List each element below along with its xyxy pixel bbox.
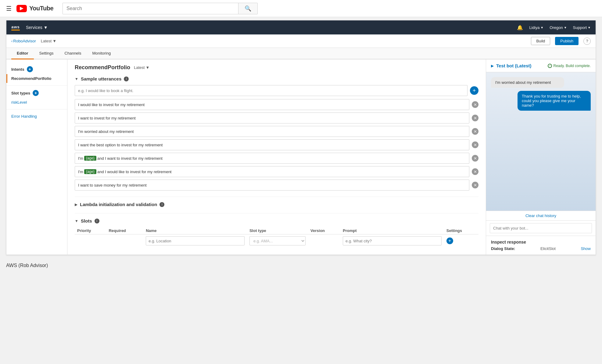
utterance-remove-button[interactable]: ✕	[472, 101, 478, 108]
tab-editor[interactable]: Editor	[11, 48, 34, 59]
utterance-remove-button[interactable]: ✕	[472, 128, 478, 135]
aws-sidebar: Intents + RecommendPortfolio Slot types …	[6, 59, 67, 255]
utterance-row: I would like to invest for my retirement…	[75, 99, 478, 110]
add-slot-type-button[interactable]: +	[33, 90, 39, 96]
utterance-remove-button[interactable]: ✕	[472, 141, 478, 148]
back-button[interactable]: ‹ RoboAdvisor	[11, 39, 36, 43]
version-selector[interactable]: Latest ▼	[41, 39, 56, 43]
sidebar-item-recommend-portfolio[interactable]: RecommendPortfolio	[6, 74, 67, 83]
lambda-info-icon[interactable]: i	[159, 202, 164, 207]
slots-info-icon[interactable]: i	[95, 219, 99, 223]
col-slot-type: Slot type	[247, 227, 308, 234]
chat-area: I'm worried about my retirement Thank yo…	[486, 72, 596, 211]
chat-input-area	[486, 220, 596, 236]
sidebar-item-error-handling[interactable]: Error Handling	[6, 112, 67, 121]
services-menu[interactable]: Services ▼	[26, 25, 48, 30]
version-cell	[308, 234, 340, 248]
col-settings: Settings	[444, 227, 478, 234]
utterance-row: I'm worried about my retirement ✕	[75, 126, 478, 137]
utterance-row: I'm {age} and I would like to invest for…	[75, 166, 478, 177]
support-caret: ▼	[588, 26, 591, 29]
show-button[interactable]: Show	[581, 246, 591, 251]
lambda-toggle[interactable]: ▶	[75, 202, 77, 207]
support-menu[interactable]: Support ▼	[573, 25, 591, 30]
utterance-add-row: +	[75, 85, 478, 96]
intent-header: RecommendPortfolio Latest ▼	[75, 64, 478, 71]
add-slot-button[interactable]: +	[446, 237, 453, 244]
prompt-cell	[340, 234, 444, 248]
utterance-text: I want to invest for my retirement	[75, 112, 469, 123]
name-cell	[143, 234, 247, 248]
aws-logo-bar	[11, 30, 20, 30]
version-caret: ▼	[52, 39, 56, 43]
inspect-title: Inspect response	[491, 240, 591, 244]
utterance-row: I'm {age} and I want to invest for my re…	[75, 153, 478, 164]
chat-input[interactable]	[490, 223, 592, 233]
lambda-section: ▶ Lambda initialization and validation i	[75, 197, 478, 207]
prompt-input[interactable]	[343, 236, 442, 245]
priority-cell	[75, 234, 106, 248]
utterance-remove-button[interactable]: ✕	[472, 168, 478, 175]
utterance-add-input[interactable]	[75, 85, 468, 96]
slot-name-input[interactable]	[146, 236, 245, 245]
col-name: Name	[143, 227, 247, 234]
slot-type-cell: e.g. AMA...	[247, 234, 308, 248]
search-button[interactable]: 🔍	[238, 3, 258, 14]
lambda-header[interactable]: ▶ Lambda initialization and validation i	[75, 202, 478, 207]
test-bot-title[interactable]: Test bot (Latest)	[496, 63, 532, 68]
col-prompt: Prompt	[340, 227, 444, 234]
slot-tag: {age}	[84, 169, 96, 174]
help-button[interactable]: ?	[583, 37, 591, 45]
support-label: Support	[573, 25, 587, 30]
build-button[interactable]: Build	[531, 37, 550, 45]
back-chevron: ‹	[11, 39, 13, 43]
col-required: Required	[106, 227, 143, 234]
version-label: Latest	[41, 39, 52, 43]
publish-button[interactable]: Publish	[555, 37, 579, 45]
utterances-toggle[interactable]: ▼	[75, 77, 78, 81]
intents-section-header: Intents +	[6, 64, 67, 74]
aws-logo-text: aws	[11, 25, 20, 29]
utterance-add-button[interactable]: +	[470, 86, 478, 95]
aws-tabs: Editor Settings Channels Monitoring	[6, 48, 596, 59]
region-menu[interactable]: Oregon ▼	[550, 25, 567, 30]
utterance-row: I want the best option to invest for my …	[75, 139, 478, 150]
user-name: Lidiya	[529, 25, 539, 30]
intent-version-caret: ▼	[145, 65, 149, 70]
status-icon: ✓	[548, 64, 552, 68]
chat-bot-bubble: Thank you for trusting me to help, could…	[518, 91, 591, 111]
utterance-row: I want to invest for my retirement ✕	[75, 112, 478, 123]
tab-channels[interactable]: Channels	[59, 48, 87, 59]
user-menu[interactable]: Lidiya ▼	[529, 25, 543, 30]
col-version: Version	[308, 227, 340, 234]
utterances-info-icon[interactable]: i	[124, 77, 129, 81]
utterance-text: I'm {age} and I want to invest for my re…	[75, 153, 469, 164]
dialog-state-label: Dialog State:	[491, 246, 515, 251]
intent-title: RecommendPortfolio	[75, 64, 130, 71]
test-bot-status: ✓ Ready. Build complete.	[548, 64, 591, 68]
utterance-row: I want to save money for my retirement ✕	[75, 180, 478, 191]
slots-toggle[interactable]: ▼	[75, 219, 78, 223]
test-bot-expand[interactable]: ▶	[491, 64, 494, 68]
sidebar-item-risk-level[interactable]: riskLevel	[6, 98, 67, 107]
slot-type-select[interactable]: e.g. AMA...	[249, 236, 306, 245]
slots-section: ▼ Slots i Priority Required Name Slot ty…	[75, 213, 478, 247]
bell-icon[interactable]: 🔔	[517, 25, 523, 30]
clear-history-button[interactable]: Clear chat history	[486, 211, 596, 220]
utterance-remove-button[interactable]: ✕	[472, 155, 478, 162]
tab-monitoring[interactable]: Monitoring	[87, 48, 116, 59]
intent-version[interactable]: Latest ▼	[134, 65, 149, 70]
aws-editor: RecommendPortfolio Latest ▼ ▼ Sample utt…	[67, 59, 486, 255]
utterance-text: I want the best option to invest for my …	[75, 139, 469, 150]
utterance-remove-button[interactable]: ✕	[472, 115, 478, 121]
youtube-header: ☰ YouTube 🔍	[0, 0, 602, 17]
inspect-row: Dialog State: ElicitSlot Show	[491, 246, 591, 251]
col-priority: Priority	[75, 227, 106, 234]
tab-settings[interactable]: Settings	[34, 48, 59, 59]
utterances-section-header: ▼ Sample utterances i	[75, 76, 478, 81]
search-input[interactable]	[63, 3, 238, 14]
youtube-logo[interactable]: YouTube	[16, 5, 53, 12]
hamburger-menu[interactable]: ☰	[6, 5, 12, 12]
add-intent-button[interactable]: +	[27, 66, 33, 72]
utterance-remove-button[interactable]: ✕	[472, 182, 478, 188]
